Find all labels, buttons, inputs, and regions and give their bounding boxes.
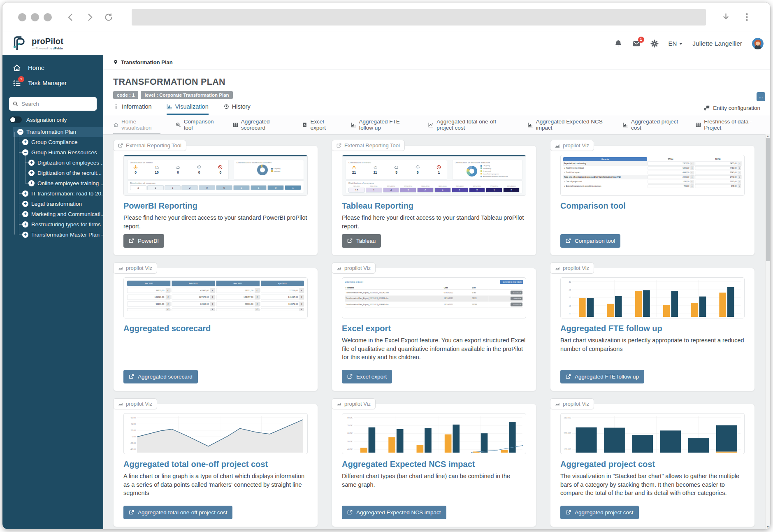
refresh-icon[interactable]: [104, 12, 114, 22]
currency-button[interactable]: €: [299, 308, 304, 311]
bell-icon[interactable]: [614, 39, 622, 48]
currency-button[interactable]: €: [690, 171, 694, 174]
currency-button[interactable]: €: [738, 175, 741, 179]
currency-button[interactable]: €: [690, 180, 694, 184]
currency-button[interactable]: €: [166, 302, 170, 307]
export-data-link[interactable]: Export data to Excel: [345, 281, 363, 283]
tree-item[interactable]: +Digitization of employees ...: [2, 158, 103, 168]
forward-icon[interactable]: [85, 12, 95, 22]
generate-report-button[interactable]: Generate a new report: [500, 280, 523, 284]
card-thumbnail[interactable]: Distribution of meteo010000Distribution …: [123, 155, 308, 196]
expand-icon[interactable]: +: [22, 232, 28, 238]
propilot-logo[interactable]: proPilot — Powered by dFakto: [12, 35, 63, 52]
expand-icon[interactable]: +: [28, 180, 35, 186]
card-open-button[interactable]: Aggregated Expected NCS impact: [342, 506, 446, 519]
language-selector[interactable]: EN: [669, 40, 683, 47]
card-title-link[interactable]: Aggregated scorecard: [123, 324, 308, 333]
sidebar-item-task-manager[interactable]: 1Task Manager: [2, 75, 103, 91]
expand-icon[interactable]: +: [22, 201, 28, 207]
currency-button[interactable]: €: [690, 162, 694, 165]
currency-button[interactable]: €: [299, 295, 304, 300]
card-open-button[interactable]: Tableau: [342, 234, 381, 248]
avatar[interactable]: [752, 38, 764, 49]
currency-button[interactable]: €: [211, 288, 215, 293]
tree-item[interactable]: +Digitization of the recruit...: [2, 168, 103, 178]
scrollbar[interactable]: ▲ ▼: [765, 134, 770, 529]
expand-icon[interactable]: +: [28, 160, 35, 166]
viz-tab-comparison-tool[interactable]: Comparison tool: [176, 115, 218, 134]
expand-icon[interactable]: +: [22, 190, 28, 197]
currency-button[interactable]: €: [166, 295, 170, 300]
card-thumbnail[interactable]: 250.000200.000150.000: [560, 413, 745, 454]
tree-item[interactable]: +Transformation Master Plan -...: [2, 230, 103, 240]
card-title-link[interactable]: Aggregated Expected NCS impact: [342, 460, 526, 469]
card-title-link[interactable]: Comparison tool: [560, 201, 745, 211]
currency-button[interactable]: €: [738, 162, 741, 165]
card-title-link[interactable]: Aggregated project cost: [560, 460, 745, 469]
user-name[interactable]: Juliette Langellier: [692, 40, 742, 47]
card-open-button[interactable]: Aggregated scorecard: [123, 370, 198, 383]
currency-button[interactable]: €: [690, 166, 694, 170]
traffic-dot[interactable]: [18, 13, 26, 21]
card-thumbnail[interactable]: 60.0040.0020.000.00-20.00-40.00: [123, 413, 308, 454]
card-open-button[interactable]: PowerBI: [123, 234, 164, 248]
tab-history[interactable]: History: [223, 103, 251, 115]
back-icon[interactable]: [66, 12, 76, 22]
url-bar[interactable]: [132, 9, 706, 26]
tree-item[interactable]: +Marketing and Communicati...: [2, 209, 103, 219]
currency-button[interactable]: €: [211, 308, 215, 311]
currency-button[interactable]: €: [738, 166, 741, 170]
tree-item[interactable]: +Group Compliance: [2, 137, 103, 147]
entity-configuration-button[interactable]: Entity configuration: [704, 105, 760, 115]
card-thumbnail[interactable]: Export data to ExcelGenerate a new repor…: [342, 277, 526, 318]
currency-button[interactable]: €: [166, 308, 170, 311]
currency-button[interactable]: €: [690, 175, 694, 179]
currency-button[interactable]: €: [299, 288, 304, 293]
tree-item[interactable]: −Transformation Plan: [13, 127, 103, 137]
viz-tab-excel-export[interactable]: Excel export: [302, 115, 335, 134]
viz-tab-aggregated-expected-ncs-impact[interactable]: Aggregated Expected NCS impact: [528, 115, 608, 134]
traffic-dot[interactable]: [31, 13, 39, 21]
currency-button[interactable]: €: [255, 302, 260, 307]
card-thumbnail[interactable]: Jan 2021Feb 2021Mar 2021Apr 202138915,00…: [123, 277, 308, 318]
more-button[interactable]: ...: [757, 92, 765, 101]
card-title-link[interactable]: PowerBI Reporting: [123, 201, 308, 211]
scrollbar-up-icon[interactable]: ▲: [766, 135, 770, 137]
gear-icon[interactable]: [650, 39, 659, 48]
card-open-button[interactable]: Aggregated project cost: [560, 506, 639, 519]
card-open-button[interactable]: Excel export: [342, 370, 392, 383]
card-open-button[interactable]: Aggregated total one-off project cost: [123, 506, 232, 519]
collapse-icon[interactable]: −: [22, 149, 28, 156]
viz-tab-aggregated-total-one-off-project-cost[interactable]: Aggregated total one-off project cost: [428, 115, 512, 134]
currency-button[interactable]: €: [738, 184, 741, 188]
currency-button[interactable]: €: [211, 295, 215, 300]
tab-information[interactable]: Information: [113, 103, 152, 115]
expand-icon[interactable]: +: [22, 221, 28, 228]
collapse-icon[interactable]: −: [17, 129, 23, 135]
viz-tab-aggregated-fte-follow-up[interactable]: Aggregated FTE follow up: [351, 115, 413, 134]
tree-item[interactable]: +Online employee training ...: [2, 178, 103, 188]
currency-button[interactable]: €: [166, 288, 170, 293]
currency-button[interactable]: €: [738, 180, 741, 184]
tree-item[interactable]: +Legal transformation: [2, 199, 103, 209]
tree-item[interactable]: −Group Human Ressources: [2, 147, 103, 158]
viz-tab-home-visualisation[interactable]: Home visualisation: [113, 115, 160, 134]
tree-item[interactable]: +Restructuring types for firms: [2, 219, 103, 230]
currency-button[interactable]: €: [255, 308, 260, 311]
download-button[interactable]: Download: [511, 297, 522, 300]
search-input[interactable]: [21, 101, 94, 107]
assignation-toggle[interactable]: [9, 116, 22, 123]
currency-button[interactable]: €: [738, 171, 741, 174]
card-open-button[interactable]: Comparison tool: [560, 234, 620, 248]
sidebar-search[interactable]: [9, 97, 97, 111]
viz-tab-aggregated-scorecard[interactable]: Aggregated scorecard: [233, 115, 287, 134]
card-thumbnail[interactable]: Distribution of meteo2111551Distribution…: [342, 155, 526, 196]
currency-button[interactable]: €: [255, 288, 260, 293]
currency-button[interactable]: €: [299, 302, 304, 307]
card-open-button[interactable]: Aggregated FTE follow up: [560, 370, 644, 383]
traffic-dot[interactable]: [44, 13, 52, 21]
currency-button[interactable]: €: [255, 295, 260, 300]
expand-icon[interactable]: +: [28, 170, 35, 176]
tab-visualization[interactable]: Visualization: [167, 103, 209, 115]
currency-button[interactable]: €: [690, 184, 694, 188]
